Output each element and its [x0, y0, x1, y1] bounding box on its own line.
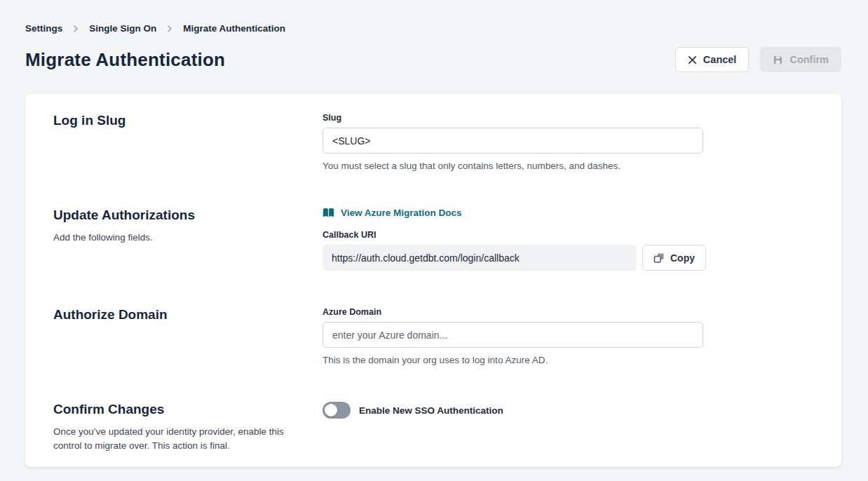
copy-icon [653, 252, 665, 264]
breadcrumb: Settings Single Sign On Migrate Authenti… [25, 23, 841, 34]
section-update-authorizations: Update Authorizations Add the following … [53, 208, 813, 271]
page-header: Settings Single Sign On Migrate Authenti… [0, 0, 868, 72]
slug-helper-text: You must select a slug that only contain… [323, 161, 813, 171]
migrate-authentication-page: Settings Single Sign On Migrate Authenti… [0, 0, 868, 481]
confirm-changes-description: Once you’ve updated your identity provid… [53, 425, 299, 453]
confirm-button[interactable]: Confirm [760, 47, 841, 72]
enable-sso-toggle[interactable] [323, 402, 351, 419]
cancel-button-label: Cancel [703, 54, 737, 65]
enable-sso-toggle-label: Enable New SSO Authentication [359, 405, 503, 416]
section-heading-confirm-changes: Confirm Changes [53, 402, 323, 417]
callback-uri-label: Callback URI [323, 230, 813, 240]
callback-uri-value: https://auth.cloud.getdbt.com/login/call… [323, 245, 637, 271]
view-azure-migration-docs-link[interactable]: View Azure Migration Docs [323, 208, 813, 218]
save-icon [773, 55, 783, 65]
section-heading-authorize-domain: Authorize Domain [53, 307, 323, 323]
docs-link-label: View Azure Migration Docs [341, 208, 462, 218]
breadcrumb-single-sign-on[interactable]: Single Sign On [89, 23, 156, 34]
toggle-knob [325, 404, 337, 416]
azure-domain-helper-text: This is the domain your org uses to log … [323, 355, 813, 365]
title-row: Migrate Authentication Cancel [25, 47, 841, 72]
section-login-slug: Log in Slug Slug You must select a slug … [53, 113, 813, 171]
azure-domain-input[interactable] [323, 322, 703, 348]
section-heading-login-slug: Log in Slug [53, 113, 323, 128]
slug-input[interactable] [323, 128, 703, 154]
chevron-right-icon [165, 25, 174, 33]
copy-button-label: Copy [670, 252, 695, 264]
confirm-button-label: Confirm [789, 54, 829, 65]
chevron-right-icon [72, 25, 80, 33]
cancel-button[interactable]: Cancel [675, 47, 750, 72]
book-icon [323, 208, 334, 218]
section-heading-update-authorizations: Update Authorizations [53, 208, 323, 223]
x-icon [688, 55, 697, 65]
section-confirm-changes: Confirm Changes Once you’ve updated your… [53, 402, 813, 453]
slug-field-label: Slug [323, 113, 813, 123]
breadcrumb-migrate-authentication: Migrate Authentication [183, 23, 285, 34]
breadcrumb-settings[interactable]: Settings [25, 23, 62, 34]
settings-card: Log in Slug Slug You must select a slug … [25, 94, 841, 467]
copy-button[interactable]: Copy [642, 245, 706, 271]
header-actions: Cancel Confirm [675, 47, 841, 72]
section-authorize-domain: Authorize Domain Azure Domain This is th… [53, 307, 813, 365]
azure-domain-label: Azure Domain [323, 307, 813, 317]
update-authorizations-description: Add the following fields. [53, 231, 299, 245]
page-title: Migrate Authentication [25, 49, 225, 71]
